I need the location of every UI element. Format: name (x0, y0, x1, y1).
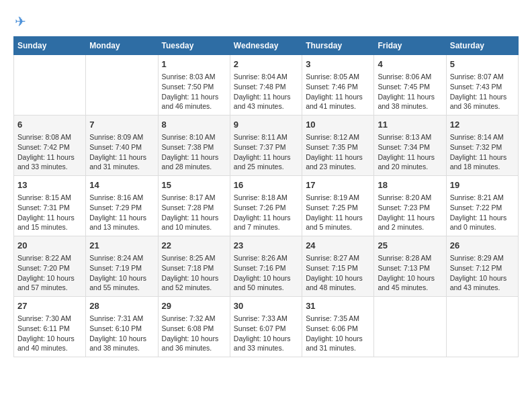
calendar-cell: 1Sunrise: 8:03 AM Sunset: 7:50 PM Daylig… (158, 55, 230, 116)
day-number: 15 (162, 179, 226, 191)
day-info: Sunrise: 8:12 AM Sunset: 7:35 PM Dayligh… (306, 132, 370, 172)
day-number: 17 (306, 179, 370, 191)
day-number: 5 (450, 58, 515, 71)
day-info: Sunrise: 8:29 AM Sunset: 7:12 PM Dayligh… (450, 253, 515, 293)
day-number: 20 (17, 240, 82, 252)
day-number: 26 (450, 240, 515, 252)
calendar-cell: 22Sunrise: 8:25 AM Sunset: 7:18 PM Dayli… (158, 236, 230, 297)
calendar-body: 1Sunrise: 8:03 AM Sunset: 7:50 PM Daylig… (14, 55, 519, 357)
day-info: Sunrise: 8:17 AM Sunset: 7:28 PM Dayligh… (162, 193, 226, 232)
day-number: 11 (378, 119, 442, 131)
calendar-week-row: 13Sunrise: 8:15 AM Sunset: 7:31 PM Dayli… (14, 176, 519, 236)
day-info: Sunrise: 8:04 AM Sunset: 7:48 PM Dayligh… (234, 72, 298, 111)
calendar-cell: 17Sunrise: 8:19 AM Sunset: 7:25 PM Dayli… (302, 176, 374, 236)
day-info: Sunrise: 8:20 AM Sunset: 7:23 PM Dayligh… (378, 193, 442, 232)
day-number: 8 (162, 119, 226, 131)
calendar-cell (446, 297, 518, 357)
calendar-cell: 29Sunrise: 7:32 AM Sunset: 6:08 PM Dayli… (158, 297, 230, 357)
calendar-cell: 4Sunrise: 8:06 AM Sunset: 7:45 PM Daylig… (374, 55, 446, 116)
day-number: 16 (234, 179, 298, 191)
day-info: Sunrise: 8:21 AM Sunset: 7:22 PM Dayligh… (450, 193, 515, 232)
calendar-cell: 26Sunrise: 8:29 AM Sunset: 7:12 PM Dayli… (446, 236, 518, 297)
day-info: Sunrise: 8:13 AM Sunset: 7:34 PM Dayligh… (378, 132, 442, 172)
calendar-cell: 14Sunrise: 8:16 AM Sunset: 7:29 PM Dayli… (86, 176, 158, 236)
day-number: 4 (378, 58, 442, 71)
calendar-cell: 10Sunrise: 8:12 AM Sunset: 7:35 PM Dayli… (302, 116, 374, 176)
calendar-cell: 13Sunrise: 8:15 AM Sunset: 7:31 PM Dayli… (14, 176, 86, 236)
day-number: 21 (89, 240, 154, 252)
day-info: Sunrise: 8:26 AM Sunset: 7:16 PM Dayligh… (234, 253, 298, 293)
calendar-cell: 7Sunrise: 8:09 AM Sunset: 7:40 PM Daylig… (86, 116, 158, 176)
day-number: 23 (234, 240, 298, 252)
calendar-cell: 12Sunrise: 8:14 AM Sunset: 7:32 PM Dayli… (446, 116, 518, 176)
day-of-week-header: Monday (86, 37, 158, 55)
calendar-cell (86, 55, 158, 116)
day-number: 2 (234, 58, 298, 71)
day-info: Sunrise: 8:05 AM Sunset: 7:46 PM Dayligh… (306, 72, 370, 111)
calendar-cell: 23Sunrise: 8:26 AM Sunset: 7:16 PM Dayli… (230, 236, 302, 297)
calendar-cell: 20Sunrise: 8:22 AM Sunset: 7:20 PM Dayli… (14, 236, 86, 297)
day-number: 1 (162, 58, 226, 71)
calendar-cell: 9Sunrise: 8:11 AM Sunset: 7:37 PM Daylig… (230, 116, 302, 176)
calendar-cell: 3Sunrise: 8:05 AM Sunset: 7:46 PM Daylig… (302, 55, 374, 116)
day-number: 13 (17, 179, 82, 191)
day-number: 6 (17, 119, 82, 131)
calendar-cell: 11Sunrise: 8:13 AM Sunset: 7:34 PM Dayli… (374, 116, 446, 176)
day-info: Sunrise: 8:15 AM Sunset: 7:31 PM Dayligh… (17, 193, 82, 232)
day-info: Sunrise: 8:28 AM Sunset: 7:13 PM Dayligh… (378, 253, 442, 293)
day-number: 25 (378, 240, 442, 252)
calendar-cell: 31Sunrise: 7:35 AM Sunset: 6:06 PM Dayli… (302, 297, 374, 357)
day-number: 14 (89, 179, 154, 191)
day-number: 29 (162, 300, 226, 312)
day-info: Sunrise: 8:14 AM Sunset: 7:32 PM Dayligh… (450, 132, 515, 172)
day-info: Sunrise: 8:06 AM Sunset: 7:45 PM Dayligh… (378, 72, 442, 111)
day-info: Sunrise: 7:33 AM Sunset: 6:07 PM Dayligh… (234, 314, 298, 353)
calendar-cell: 27Sunrise: 7:30 AM Sunset: 6:11 PM Dayli… (14, 297, 86, 357)
calendar-week-row: 6Sunrise: 8:08 AM Sunset: 7:42 PM Daylig… (14, 116, 519, 176)
calendar-cell: 15Sunrise: 8:17 AM Sunset: 7:28 PM Dayli… (158, 176, 230, 236)
day-of-week-header: Thursday (302, 37, 374, 55)
day-number: 24 (306, 240, 370, 252)
calendar-cell: 2Sunrise: 8:04 AM Sunset: 7:48 PM Daylig… (230, 55, 302, 116)
day-info: Sunrise: 8:11 AM Sunset: 7:37 PM Dayligh… (234, 132, 298, 172)
day-info: Sunrise: 7:35 AM Sunset: 6:06 PM Dayligh… (306, 314, 370, 353)
calendar-cell (374, 297, 446, 357)
calendar-cell: 25Sunrise: 8:28 AM Sunset: 7:13 PM Dayli… (374, 236, 446, 297)
day-number: 10 (306, 119, 370, 131)
calendar-cell: 5Sunrise: 8:07 AM Sunset: 7:43 PM Daylig… (446, 55, 518, 116)
day-info: Sunrise: 8:09 AM Sunset: 7:40 PM Dayligh… (89, 132, 154, 172)
day-number: 12 (450, 119, 515, 131)
calendar-header-row: SundayMondayTuesdayWednesdayThursdayFrid… (14, 37, 519, 55)
calendar-table: SundayMondayTuesdayWednesdayThursdayFrid… (13, 36, 519, 357)
day-info: Sunrise: 8:19 AM Sunset: 7:25 PM Dayligh… (306, 193, 370, 232)
day-info: Sunrise: 8:25 AM Sunset: 7:18 PM Dayligh… (162, 253, 226, 293)
calendar-cell (14, 55, 86, 116)
day-info: Sunrise: 8:22 AM Sunset: 7:20 PM Dayligh… (17, 253, 82, 293)
calendar-cell: 18Sunrise: 8:20 AM Sunset: 7:23 PM Dayli… (374, 176, 446, 236)
calendar-cell: 16Sunrise: 8:18 AM Sunset: 7:26 PM Dayli… (230, 176, 302, 236)
calendar-week-row: 27Sunrise: 7:30 AM Sunset: 6:11 PM Dayli… (14, 297, 519, 357)
day-of-week-header: Sunday (14, 37, 86, 55)
day-info: Sunrise: 8:08 AM Sunset: 7:42 PM Dayligh… (17, 132, 82, 172)
calendar-cell: 24Sunrise: 8:27 AM Sunset: 7:15 PM Dayli… (302, 236, 374, 297)
page-header: ✈ (13, 13, 519, 30)
day-number: 9 (234, 119, 298, 131)
logo-bird-icon: ✈ (15, 13, 26, 30)
day-info: Sunrise: 8:18 AM Sunset: 7:26 PM Dayligh… (234, 193, 298, 232)
day-number: 18 (378, 179, 442, 191)
calendar-cell: 19Sunrise: 8:21 AM Sunset: 7:22 PM Dayli… (446, 176, 518, 236)
day-number: 30 (234, 300, 298, 312)
day-info: Sunrise: 8:24 AM Sunset: 7:19 PM Dayligh… (89, 253, 154, 293)
calendar-week-row: 1Sunrise: 8:03 AM Sunset: 7:50 PM Daylig… (14, 55, 519, 116)
day-of-week-header: Saturday (446, 37, 518, 55)
day-of-week-header: Friday (374, 37, 446, 55)
day-info: Sunrise: 8:10 AM Sunset: 7:38 PM Dayligh… (162, 132, 226, 172)
day-info: Sunrise: 8:07 AM Sunset: 7:43 PM Dayligh… (450, 72, 515, 111)
calendar-cell: 30Sunrise: 7:33 AM Sunset: 6:07 PM Dayli… (230, 297, 302, 357)
calendar-cell: 28Sunrise: 7:31 AM Sunset: 6:10 PM Dayli… (86, 297, 158, 357)
day-number: 7 (89, 119, 154, 131)
day-of-week-header: Wednesday (230, 37, 302, 55)
day-info: Sunrise: 7:30 AM Sunset: 6:11 PM Dayligh… (17, 314, 82, 353)
calendar-cell: 21Sunrise: 8:24 AM Sunset: 7:19 PM Dayli… (86, 236, 158, 297)
day-info: Sunrise: 8:16 AM Sunset: 7:29 PM Dayligh… (89, 193, 154, 232)
